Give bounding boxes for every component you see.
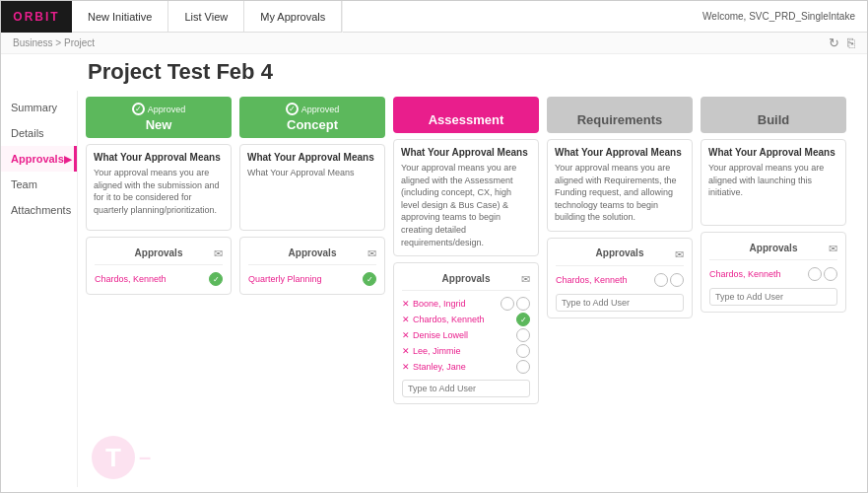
check-circle-new: ✓: [132, 103, 145, 115]
kanban-col-concept: ✓ Approved Concept What Your Approval Me…: [239, 97, 385, 404]
approver-row-req-0: Chardos, Kenneth: [556, 271, 684, 289]
stage-name-assessment: Assessment: [401, 112, 531, 127]
approvals-card-concept: Approvals ✉ Quarterly Planning ✓: [239, 237, 385, 295]
status-build-0-2[interactable]: [824, 267, 837, 281]
page-title: Project Test Feb 4: [1, 54, 867, 91]
approver-name-build-0: Chardos, Kenneth: [709, 269, 808, 279]
sidebar-item-team[interactable]: Team: [1, 172, 77, 197]
mail-icon-concept: ✉: [367, 247, 376, 259]
kanban-col-new: ✓ Approved New What Your Approval Means …: [86, 97, 232, 404]
mail-icon-build: ✉: [829, 243, 837, 254]
breadcrumb-actions: ↻ ⎘: [829, 35, 855, 50]
approver-row-new-0: Chardos, Kenneth ✓: [95, 270, 223, 288]
status-a4-1[interactable]: [516, 360, 530, 374]
main-layout: Summary Details Approvals ▶ Team Attachm…: [1, 91, 867, 487]
approver-status-concept-0: ✓: [363, 272, 376, 286]
approver-row-assessment-3: ✕ Lee, Jimmie: [402, 343, 530, 359]
header: ORBIT New Initiative List View My Approv…: [1, 1, 867, 33]
share-icon[interactable]: ⎘: [847, 35, 855, 50]
approvals-title-build: Approvals: [742, 243, 806, 253]
status-approved-concept-0[interactable]: ✓: [363, 272, 376, 286]
logo-area: ORBIT: [1, 1, 72, 33]
breadcrumb-path: Business > Project: [13, 37, 95, 48]
approvals-header-assessment: Approvals ✉: [402, 269, 530, 291]
x-mark-3[interactable]: ✕: [402, 346, 410, 356]
kanban-col-build: Build What Your Approval Means Your appr…: [701, 97, 846, 404]
x-mark-2[interactable]: ✕: [402, 330, 410, 340]
approval-means-card-assessment: What Your Approval Means Your approval m…: [393, 139, 539, 256]
nav-my-approvals[interactable]: My Approvals: [244, 1, 342, 33]
sidebar-item-details[interactable]: Details: [1, 120, 77, 146]
logo-text: ORBIT: [13, 10, 59, 24]
status-a0-1[interactable]: [501, 297, 514, 311]
nav-bar: New Initiative List View My Approvals: [72, 1, 343, 33]
tmobile-watermark: T –: [92, 436, 151, 479]
approver-row-assessment-0: ✕ Boone, Ingrid: [402, 296, 530, 312]
add-user-input-assessment[interactable]: [402, 380, 530, 397]
approval-means-text-build: Your approval means you are aligned with…: [708, 162, 838, 199]
x-mark-1[interactable]: ✕: [402, 315, 410, 324]
approvals-title-requirements: Approvals: [588, 247, 652, 258]
approvals-title-assessment: Approvals: [434, 273, 499, 284]
refresh-icon[interactable]: ↻: [829, 35, 839, 50]
x-mark-4[interactable]: ✕: [402, 362, 410, 372]
sidebar-item-attachments[interactable]: Attachments: [1, 197, 77, 223]
approval-means-text-concept: What Your Approval Means: [247, 167, 377, 179]
approvals-title-new: Approvals: [127, 247, 191, 258]
kanban-col-assessment: Assessment What Your Approval Means Your…: [393, 97, 539, 404]
approver-name-req-0: Chardos, Kenneth: [556, 275, 654, 285]
approval-means-title-new: What Your Approval Means: [94, 152, 224, 163]
sidebar-arrow-icon: ▶: [64, 154, 72, 165]
approval-means-title-assessment: What Your Approval Means: [401, 147, 531, 158]
stage-status-concept: ✓ Approved: [247, 103, 377, 115]
approvals-card-assessment: Approvals ✉ ✕ Boone, Ingrid ✕: [393, 262, 539, 404]
status-req-0-2[interactable]: [670, 273, 684, 287]
approvals-card-new: Approvals ✉ Chardos, Kenneth ✓: [86, 237, 232, 295]
approvals-header-requirements: Approvals ✉: [556, 245, 684, 266]
stage-status-label-concept: Approved: [301, 105, 340, 114]
approval-means-card-new: What Your Approval Means Your approval m…: [86, 144, 232, 231]
status-a0-2[interactable]: [516, 297, 530, 311]
sidebar-approvals-label: Approvals: [11, 153, 64, 165]
approvals-header-concept: Approvals ✉: [248, 244, 376, 265]
status-approved-new-0[interactable]: ✓: [209, 272, 223, 286]
approver-name-assessment-1: Chardos, Kenneth: [413, 315, 516, 324]
approver-row-assessment-2: ✕ Denise Lowell: [402, 327, 530, 343]
x-mark-0[interactable]: ✕: [402, 299, 410, 309]
status-a2-1[interactable]: [516, 328, 530, 342]
stage-name-build: Build: [708, 112, 838, 127]
nav-new-initiative[interactable]: New Initiative: [72, 1, 168, 33]
approver-row-concept-0: Quarterly Planning ✓: [248, 270, 376, 288]
mail-icon-assessment: ✉: [521, 273, 530, 285]
approvals-header-build: Approvals ✉: [709, 239, 837, 260]
approval-means-title-build: What Your Approval Means: [708, 147, 838, 158]
stage-name-concept: Concept: [247, 117, 377, 132]
stage-name-requirements: Requirements: [555, 112, 685, 127]
approval-means-text-requirements: Your approval means you are aligned with…: [555, 162, 685, 224]
add-user-input-build[interactable]: [709, 288, 837, 306]
stage-status-new: ✓ Approved: [94, 103, 224, 115]
status-req-0-1[interactable]: [654, 273, 668, 287]
approver-row-assessment-4: ✕ Stanley, Jane: [402, 359, 530, 375]
sidebar: Summary Details Approvals ▶ Team Attachm…: [1, 91, 78, 487]
kanban-board: ✓ Approved New What Your Approval Means …: [86, 97, 859, 404]
nav-list-view[interactable]: List View: [168, 1, 244, 33]
approvals-card-build: Approvals ✉ Chardos, Kenneth: [701, 232, 846, 313]
stage-header-concept: ✓ Approved Concept: [239, 97, 385, 138]
check-circle-concept: ✓: [286, 103, 299, 115]
mail-icon-new: ✉: [214, 247, 223, 259]
approvals-header-new: Approvals ✉: [95, 244, 223, 265]
sidebar-item-summary[interactable]: Summary: [1, 95, 77, 120]
welcome-message: Welcome, SVC_PRD_SingleIntake: [691, 11, 867, 22]
status-build-0-1[interactable]: [808, 267, 822, 281]
stage-header-new: ✓ Approved New: [86, 97, 232, 138]
approvals-title-concept: Approvals: [281, 247, 345, 258]
approver-name-new-0: Chardos, Kenneth: [95, 274, 209, 284]
status-a1-approved[interactable]: ✓: [516, 313, 530, 326]
status-a3-1[interactable]: [516, 344, 530, 358]
add-user-input-requirements[interactable]: [556, 294, 684, 312]
approver-status-build-0: [808, 267, 837, 281]
approvals-card-requirements: Approvals ✉ Chardos, Kenneth: [547, 238, 693, 318]
sidebar-item-approvals[interactable]: Approvals ▶: [1, 146, 77, 172]
approval-means-title-requirements: What Your Approval Means: [555, 147, 685, 158]
